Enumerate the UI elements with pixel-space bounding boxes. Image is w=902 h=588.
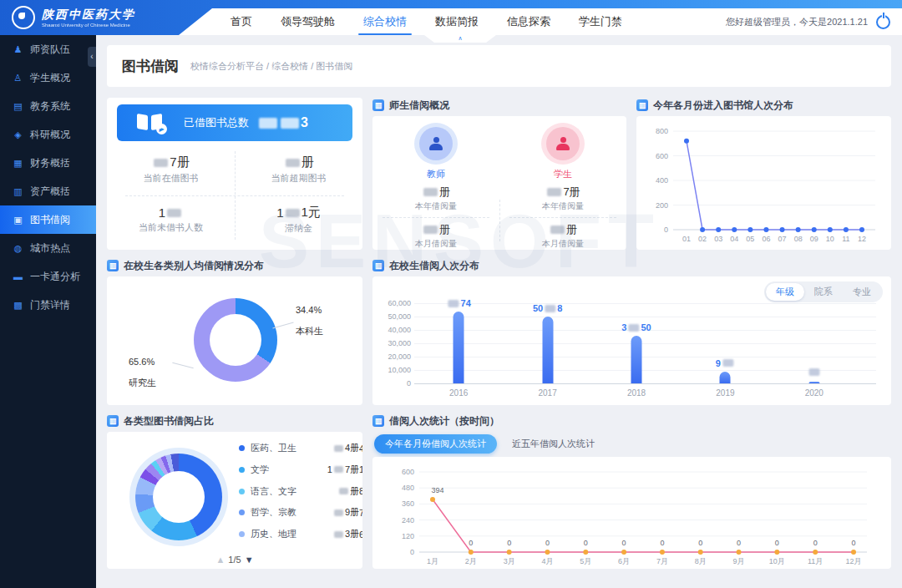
censored-value	[722, 359, 733, 367]
censored-value	[339, 488, 348, 494]
sidebar-item-assets[interactable]: ▥资产概括	[0, 177, 96, 205]
sidebar-item-card-analysis-icon: ▬	[13, 271, 23, 281]
bar-value-label: 9	[716, 358, 735, 368]
gridline	[414, 383, 876, 384]
bar-value-label: 74	[447, 298, 471, 308]
sidebar-item-research[interactable]: ◈科研概况	[0, 120, 96, 149]
y-tick-label: 10,000	[374, 366, 411, 374]
page-title: 图书借阅	[122, 57, 179, 76]
sidebar-item-library-borrowing[interactable]: ▣图书借阅	[0, 205, 96, 234]
svg-text:04: 04	[730, 235, 738, 243]
sidebar-item-label: 一卡通分析	[30, 270, 80, 284]
gridline	[414, 343, 876, 344]
divider	[499, 200, 500, 241]
svg-text:394: 394	[431, 486, 443, 494]
stat-value: 1	[159, 205, 183, 220]
censored-value	[334, 509, 343, 516]
legend-count: 9册	[311, 506, 359, 519]
section-monthly-entries: 今年各月份进入图书馆人次分布 8006004002000010203040506…	[636, 98, 891, 250]
stat-label: 当前未借书人数	[139, 221, 203, 234]
nav-item-student-access[interactable]: 学生门禁	[579, 10, 622, 33]
monthly-library-entries-chart: 8006004002000010203040506070809101112	[643, 119, 884, 246]
sidebar-item-library-borrowing-icon: ▣	[13, 215, 23, 226]
svg-text:4月: 4月	[541, 557, 553, 565]
book-type-icon	[107, 415, 119, 427]
section-title: 师生借阅概况	[389, 99, 449, 113]
bar-value-label: 508	[533, 303, 562, 313]
nav-item-info-explore[interactable]: 信息探索	[507, 10, 550, 33]
censored-value	[550, 226, 565, 234]
x-tick-label: 2017	[538, 388, 556, 398]
sidebar-item-label: 门禁详情	[30, 298, 70, 312]
sidebar-item-students[interactable]: ♙学生概况	[0, 63, 96, 92]
summary-stat: 11元滞纳金	[235, 195, 362, 245]
svg-text:7月: 7月	[656, 557, 668, 565]
tab-grade[interactable]: 年级	[766, 283, 804, 301]
university-name: 陕西中医药大学	[42, 8, 135, 23]
svg-text:120: 120	[402, 532, 414, 540]
tab-major[interactable]: 专业	[843, 283, 881, 301]
svg-text:0: 0	[584, 539, 588, 547]
summary-stat: 7册当前在借图书	[107, 144, 235, 195]
sidebar-item-faculty[interactable]: ♟师资队伍	[0, 35, 96, 63]
censored-value	[423, 226, 438, 234]
button-five-year-borrow-stats[interactable]: 近五年借阅人次统计	[510, 434, 596, 454]
censored-value	[281, 118, 299, 129]
legend-row: 哲学、宗教9册7.07%	[239, 506, 352, 519]
sidebar-item-academic-system[interactable]: ▤教务系统	[0, 92, 96, 120]
borrow-label: 本月借阅量	[415, 238, 457, 250]
tab-department[interactable]: 院系	[804, 283, 843, 301]
svg-text:08: 08	[794, 235, 803, 243]
sidebar-collapse-icon[interactable]: ‹	[88, 47, 96, 67]
university-emblem-icon	[12, 6, 35, 29]
svg-text:360: 360	[402, 499, 414, 508]
sidebar-item-label: 科研概况	[30, 128, 70, 142]
time-range-buttons: 今年各月份借阅人次统计近五年借阅人次统计	[374, 433, 891, 454]
sidebar-item-card-analysis[interactable]: ▬一卡通分析	[0, 262, 96, 291]
logout-power-icon[interactable]	[876, 15, 890, 29]
page-down-icon[interactable]: ▼	[245, 555, 254, 565]
category-share-icon	[107, 260, 119, 271]
sidebar-item-faculty-icon: ♟	[13, 44, 23, 55]
page-up-icon[interactable]: ▲	[215, 555, 225, 565]
censored-value	[547, 188, 561, 196]
divider	[509, 217, 616, 218]
section-borrow-by-year: 在校生借阅人次分布 年级院系专业 60,00050,00040,00030,00…	[372, 258, 891, 405]
nav-item-leadership-cockpit[interactable]: 领导驾驶舱	[281, 10, 335, 33]
sidebar-item-city-hotspot[interactable]: ◍城市热点	[0, 234, 96, 262]
legend-pagination: ▲1/5▼	[107, 555, 362, 565]
sidebar-item-access-control[interactable]: ▩门禁详情	[0, 291, 96, 319]
teacher-icon	[428, 137, 443, 150]
censored-value	[334, 445, 343, 452]
svg-text:0: 0	[813, 539, 818, 547]
svg-text:3月: 3月	[504, 557, 515, 565]
nav-item-home[interactable]: 首页	[231, 10, 252, 33]
censored-value	[334, 466, 343, 473]
sidebar-item-academic-system-icon: ▤	[13, 101, 23, 112]
teacher-label: 教师	[427, 168, 445, 180]
section-borrow-by-time: 借阅人次统计（按时间） 今年各月份借阅人次统计近五年借阅人次统计 6004803…	[372, 413, 891, 569]
y-tick-label: 40,000	[374, 326, 411, 334]
legend-name: 历史、地理	[251, 528, 311, 540]
university-name-en: Shaanxi University of Chinese Medicine	[42, 23, 135, 28]
button-monthly-borrow-stats[interactable]: 今年各月份借阅人次统计	[374, 434, 497, 454]
callout-line	[172, 362, 193, 368]
censored-value	[259, 118, 277, 129]
svg-text:9月: 9月	[733, 557, 745, 565]
svg-text:800: 800	[656, 127, 668, 135]
svg-text:0: 0	[507, 539, 511, 547]
section-title: 在校生各类别人均借阅情况分布	[124, 259, 264, 273]
donut-callout-undergrad: 34.4% 本科生	[296, 305, 323, 347]
x-tick-label: 2020	[805, 388, 823, 398]
borrow-count-by-time-chart: 60048036024012001月2月3月4月5月6月7月8月9月10月11月…	[379, 460, 880, 569]
breadcrumb: 校情综合分析平台 / 综合校情 / 图书借阅	[190, 60, 352, 73]
sidebar-item-students-icon: ♙	[13, 73, 23, 84]
svg-text:02: 02	[698, 235, 707, 243]
student-avatar	[546, 127, 580, 160]
library-borrowing-dashboard: 首页领导驾驶舱综合校情数据简报信息探索学生门禁 您好超级管理员，今天是2021.…	[0, 0, 902, 588]
sidebar-item-finance[interactable]: ▦财务概括	[0, 149, 96, 177]
borrow-label: 本年借阅量	[542, 200, 584, 212]
nav-item-data-briefing[interactable]: 数据简报	[435, 10, 479, 33]
svg-text:600: 600	[656, 152, 668, 160]
nav-item-campus-overview[interactable]: 综合校情	[363, 10, 407, 33]
